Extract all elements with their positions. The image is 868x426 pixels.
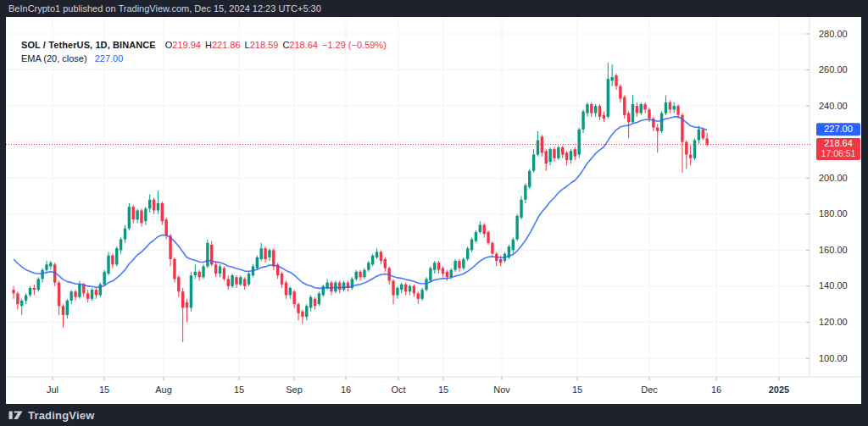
- chart-canvas[interactable]: Jul15Aug15Sep16Oct15Nov15Dec162025 280.0…: [6, 17, 861, 404]
- axis-separators: [6, 17, 861, 380]
- svg-text:120.00: 120.00: [819, 317, 848, 327]
- svg-text:100.00: 100.00: [819, 353, 848, 363]
- svg-text:15: 15: [572, 385, 582, 395]
- price-axis[interactable]: 280.00260.00240.00200.00180.00160.00140.…: [819, 29, 848, 363]
- svg-text:160.00: 160.00: [819, 245, 848, 255]
- svg-text:15: 15: [99, 385, 109, 395]
- svg-text:218.64: 218.64: [824, 138, 853, 148]
- change-value: −1.29 (−0.59%): [322, 40, 387, 50]
- svg-text:Nov: Nov: [493, 385, 510, 395]
- legend-ema-row: EMA (20, close) 227.00: [21, 53, 387, 64]
- svg-text:240.00: 240.00: [819, 101, 848, 111]
- footer-bar: TradingView: [0, 404, 868, 426]
- svg-text:227.00: 227.00: [824, 124, 853, 134]
- tradingview-brand-text: TradingView: [28, 409, 95, 422]
- open-value: 219.94: [172, 40, 201, 50]
- svg-text:260.00: 260.00: [819, 64, 848, 75]
- legend: SOL / TetherUS, 1D, BINANCEO219.94H221.8…: [21, 39, 387, 64]
- chart-panel[interactable]: Jul15Aug15Sep16Oct15Nov15Dec162025 280.0…: [6, 17, 861, 404]
- close-value: 218.64: [289, 40, 318, 50]
- candlestick-series[interactable]: [12, 63, 709, 342]
- svg-text:17:06:51: 17:06:51: [821, 148, 856, 158]
- high-label: H: [205, 40, 212, 50]
- svg-text:Aug: Aug: [155, 385, 172, 395]
- svg-text:180.00: 180.00: [819, 208, 848, 219]
- high-value: 221.86: [212, 40, 241, 50]
- gridlines: [6, 17, 810, 377]
- svg-text:280.00: 280.00: [819, 29, 848, 39]
- svg-text:200.00: 200.00: [819, 173, 848, 183]
- attribution-bar: BeInCrypto1 published on TradingView.com…: [0, 0, 868, 17]
- svg-text:15: 15: [438, 385, 448, 395]
- svg-text:15: 15: [234, 385, 244, 395]
- svg-text:16: 16: [711, 385, 721, 395]
- legend-symbol-row: SOL / TetherUS, 1D, BINANCEO219.94H221.8…: [21, 39, 387, 51]
- svg-text:Sep: Sep: [286, 385, 303, 395]
- svg-text:140.00: 140.00: [819, 280, 848, 290]
- svg-text:2025: 2025: [769, 385, 789, 395]
- low-value: 218.59: [250, 40, 279, 50]
- ema-value: 227.00: [95, 53, 124, 64]
- svg-text:Dec: Dec: [641, 385, 658, 395]
- symbol-title: SOL / TetherUS, 1D, BINANCE: [21, 40, 156, 50]
- svg-text:Jul: Jul: [47, 385, 58, 395]
- price-badges: 227.00218.6417:06:51: [816, 123, 860, 160]
- svg-text:16: 16: [341, 385, 351, 395]
- tradingview-logo-icon: [8, 409, 23, 422]
- svg-text:Oct: Oct: [391, 385, 405, 395]
- time-axis[interactable]: Jul15Aug15Sep16Oct15Nov15Dec162025: [47, 385, 789, 395]
- ema-label: EMA (20, close): [21, 53, 87, 64]
